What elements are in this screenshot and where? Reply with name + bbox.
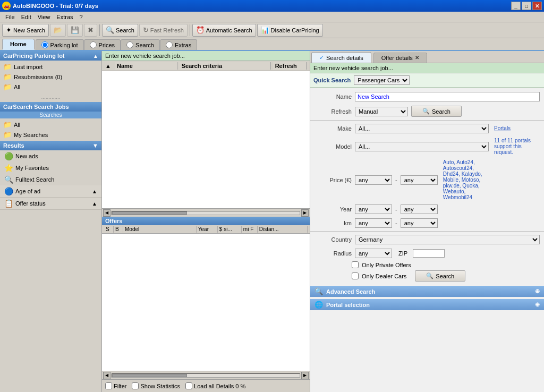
km-label: km [314, 220, 352, 226]
filter-checkbox[interactable] [105, 382, 112, 389]
search-toolbar-icon: 🔍 [106, 26, 114, 34]
private-offers-label: Only Private Offers [362, 262, 411, 268]
menu-extras[interactable]: Extras [53, 13, 76, 21]
model-select[interactable]: All... [355, 142, 489, 151]
offers-hscroll-track[interactable] [112, 373, 300, 378]
tab-parking-label: Parking lot [50, 42, 78, 48]
result-offer-status[interactable]: 📋 Offer status ▲ [0, 198, 101, 209]
hscroll-track[interactable] [112, 211, 300, 215]
name-input[interactable] [355, 92, 540, 101]
tree-resubmissions[interactable]: 📁 Resubmissions (0) [0, 72, 101, 82]
search-jobs-tree: 📁 All 📁 My Searches [0, 118, 101, 141]
results-section: Results ▼ 🟢 New ads ⭐ My Favorites 🔍 Ful… [0, 141, 101, 392]
tab-offer-details[interactable]: Offer details ✕ [373, 53, 427, 63]
right-tabs: ✓ Search details Offer details ✕ [310, 51, 544, 63]
result-my-favorites[interactable]: ⭐ My Favorites [0, 162, 101, 174]
year-to-select[interactable]: any [401, 204, 438, 214]
menu-view[interactable]: View [35, 13, 54, 21]
offers-col-price: $ si... [218, 226, 242, 233]
tab-search-details[interactable]: ✓ Search details [311, 52, 371, 63]
result-offer-status-container: 📋 Offer status ▲ [0, 198, 101, 210]
search-button-top[interactable]: 🔍 Search [411, 106, 462, 117]
right-search-hint-text: Enter new vehicle search job... [313, 65, 393, 71]
year-from-select[interactable]: any [355, 204, 392, 214]
tab-home[interactable]: Home [2, 39, 35, 50]
center-hscroll[interactable]: ◀ ▶ [102, 208, 310, 217]
search-toolbar-button[interactable]: 🔍 Search [102, 24, 138, 37]
col-criteria[interactable]: Search criteria [180, 62, 271, 70]
result-new-ads[interactable]: 🟢 New ads [0, 150, 101, 162]
fast-refresh-button: ↻ Fast Refresh [139, 24, 188, 37]
fulltext-search-label: Fulltext Search [15, 176, 54, 183]
price-from-select[interactable]: any [355, 175, 392, 185]
offer-status-icon: 📋 [4, 199, 13, 208]
menu-edit[interactable]: Edit [18, 13, 35, 21]
private-offers-checkbox[interactable] [352, 261, 359, 268]
tree-resubmissions-label: Resubmissions (0) [14, 74, 62, 80]
portals-count: 11 of 11 [494, 138, 513, 143]
hscroll-right-btn[interactable]: ▶ [301, 209, 309, 217]
hscroll-left-btn[interactable]: ◀ [103, 209, 110, 217]
new-ads-icon: 🟢 [4, 152, 13, 160]
tree-all-carpricing-label: All [14, 84, 20, 90]
dealer-cars-checkbox[interactable] [352, 272, 359, 279]
vehicle-type-select[interactable]: Passenger Cars [354, 75, 410, 85]
offers-hscroll-right[interactable]: ▶ [301, 372, 309, 379]
automatic-search-button[interactable]: ⏰ Automatic Search [192, 24, 256, 37]
name-form-label: Name [314, 93, 352, 100]
new-search-button[interactable]: ✦ New Search [2, 24, 49, 37]
disable-carpricing-button[interactable]: 📊 Disable CarPricing [257, 24, 323, 37]
offer-status-expand-icon[interactable]: ▲ [92, 201, 97, 207]
result-fulltext-search[interactable]: 🔍 Fulltext Search [0, 174, 101, 185]
age-expand-icon[interactable]: ▲ [92, 189, 97, 194]
carpricing-collapse-btn[interactable]: ▲ [93, 53, 98, 59]
filter-checkbox-group: Filter [105, 382, 126, 389]
radius-select[interactable]: any [355, 249, 392, 258]
portals-list: Auto, Auto24, Autoscout24, Dhd24, Kalayd… [443, 159, 482, 200]
tree-all-carpricing[interactable]: 📁 All [0, 82, 101, 92]
automatic-search-icon: ⏰ [196, 26, 205, 34]
km-from-select[interactable]: any [355, 218, 392, 228]
col-refresh[interactable]: Refresh [273, 62, 307, 70]
tree-last-import[interactable]: 📁 Last import [0, 62, 101, 72]
search-button-main[interactable]: 🔍 Search [415, 270, 465, 282]
refresh-row: Refresh Manual 🔍 Search [310, 104, 544, 119]
search-btn-icon: 🔍 [422, 108, 430, 115]
tree-my-searches[interactable]: 📁 My Searches [0, 130, 101, 140]
details-checkbox[interactable] [185, 382, 192, 389]
dealer-cars-label: Only Dealer Cars [362, 273, 406, 279]
offers-hscroll[interactable]: ◀ ▶ [102, 371, 310, 379]
km-to-select[interactable]: any [401, 218, 438, 228]
toolbar-separator-1 [99, 24, 100, 36]
year-row: Year any - any [310, 202, 544, 216]
search-main-icon: 🔍 [426, 272, 434, 279]
offers-hscroll-left[interactable]: ◀ [103, 372, 110, 379]
zip-input[interactable] [413, 249, 445, 258]
window-controls: _ □ ✕ [511, 2, 542, 10]
details-checkbox-group: Load all Details 0 % [185, 382, 245, 389]
folder-icon-my-searches: 📁 [3, 131, 12, 139]
close-button[interactable]: ✕ [532, 2, 542, 10]
filter-label: Filter [114, 383, 126, 389]
search-details-label: Search details [326, 55, 363, 61]
center-table-header: ▲ Name Search criteria Refresh [102, 61, 310, 71]
price-to-select[interactable]: any [401, 175, 438, 185]
tab-prices-label: Prices [99, 42, 115, 48]
maximize-button[interactable]: □ [522, 2, 531, 10]
statistics-checkbox[interactable] [132, 382, 139, 389]
portal-selection-bar[interactable]: 🌐 Portal selection ⊕ [310, 299, 544, 310]
tree-last-import-label: Last import [14, 64, 42, 70]
menu-file[interactable]: File [2, 13, 18, 21]
make-select[interactable]: All... [355, 124, 489, 133]
col-name[interactable]: Name [115, 62, 177, 70]
result-age-of-ad[interactable]: 🔵 Age of ad ▲ [0, 185, 101, 197]
radius-row: Radius any ZIP [310, 246, 544, 260]
results-expand-icon[interactable]: ▼ [92, 142, 98, 149]
minimize-button[interactable]: _ [511, 2, 521, 10]
country-select[interactable]: Germany [355, 235, 540, 244]
tree-all-searches[interactable]: 📁 All [0, 120, 101, 130]
advanced-search-bar[interactable]: 🔍 Advanced Search ⊕ [310, 286, 544, 297]
offer-details-close-icon[interactable]: ✕ [415, 55, 419, 61]
refresh-select[interactable]: Manual [355, 107, 408, 116]
menu-help[interactable]: ? [76, 13, 86, 21]
